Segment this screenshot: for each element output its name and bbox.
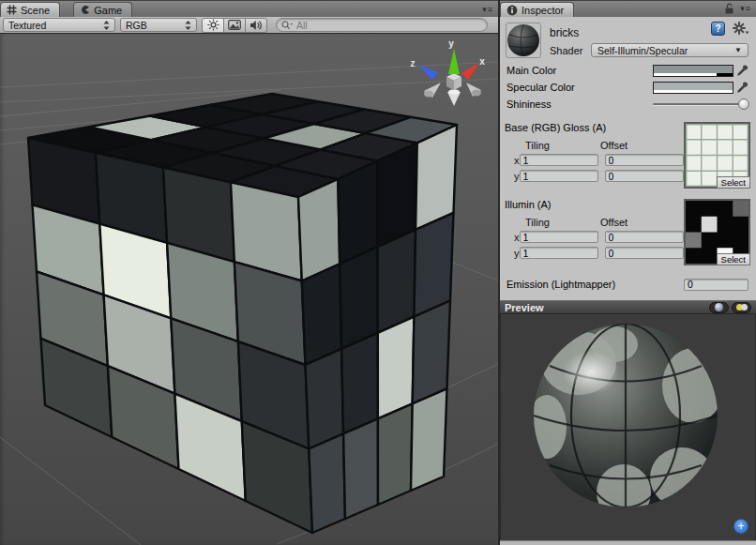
z-axis-label: z bbox=[411, 58, 416, 68]
tab-game-label: Game bbox=[94, 5, 122, 16]
base-offset-y-input[interactable] bbox=[605, 170, 684, 182]
main-color-label: Main Color bbox=[507, 65, 653, 76]
channels-dropdown[interactable]: RGB bbox=[120, 18, 197, 32]
base-map-section: Base (RGB) Gloss (A) Tiling Offset x y bbox=[505, 122, 751, 189]
sphere-icon bbox=[715, 303, 723, 311]
base-tiling-x-input[interactable] bbox=[520, 154, 598, 166]
base-offset-x-input[interactable] bbox=[605, 154, 684, 166]
tab-game[interactable]: Game bbox=[73, 2, 132, 17]
chevron-down-icon: ▼ bbox=[734, 46, 742, 54]
scene-panel: Scene Game ▾≡ Textured RGB bbox=[0, 0, 498, 545]
x-axis-cone[interactable] bbox=[461, 63, 479, 80]
preview-sphere-button[interactable] bbox=[709, 302, 729, 313]
x-axis-label: x bbox=[479, 56, 485, 67]
tab-inspector-label: Inspector bbox=[522, 5, 564, 16]
y-axis-row-label: y bbox=[514, 248, 520, 259]
shininess-row: Shininess bbox=[505, 96, 751, 113]
shader-dropdown[interactable]: Self-Illumin/Specular ▼ bbox=[591, 43, 748, 57]
inspector-pane-menu-icon[interactable]: ▾≡ bbox=[740, 4, 751, 13]
x-axis-row-label: x bbox=[514, 232, 520, 243]
search-input[interactable] bbox=[296, 20, 482, 31]
render-mode-value: Textured bbox=[8, 20, 103, 31]
add-button[interactable]: + bbox=[733, 519, 748, 534]
scene-toolbar: Textured RGB bbox=[0, 17, 498, 34]
illumin-tiling-x-input[interactable] bbox=[520, 231, 598, 243]
emission-input[interactable] bbox=[684, 279, 748, 291]
specular-color-row: Specular Color bbox=[505, 79, 751, 96]
lighting-toggle-button[interactable] bbox=[202, 18, 224, 33]
material-inspector: bricks Shader Self-Illumin/Specular ▼ ? bbox=[500, 17, 756, 293]
preview-viewport[interactable]: + bbox=[500, 314, 756, 540]
game-icon bbox=[80, 5, 90, 15]
base-tiling-y-input[interactable] bbox=[520, 170, 598, 182]
search-icon bbox=[281, 21, 294, 30]
scene-view-toggles bbox=[202, 18, 267, 33]
textured-cube[interactable] bbox=[28, 94, 457, 533]
preview-lighting-button[interactable] bbox=[732, 302, 751, 313]
base-texture-thumbnail[interactable]: Select bbox=[684, 122, 750, 189]
offset-header: Offset bbox=[600, 140, 627, 151]
tab-scene-label: Scene bbox=[21, 5, 50, 16]
y-axis-row-label: y bbox=[514, 171, 520, 182]
sun-icon bbox=[207, 19, 219, 31]
tiling-header: Tiling bbox=[514, 140, 600, 151]
channels-value: RGB bbox=[126, 20, 185, 31]
preview-title: Preview bbox=[505, 302, 544, 313]
illumin-offset-x-input[interactable] bbox=[605, 231, 684, 243]
inspector-tabstrip: Inspector ▾≡ bbox=[500, 0, 756, 17]
specular-color-swatch[interactable] bbox=[653, 82, 733, 94]
illumin-offset-y-input[interactable] bbox=[605, 247, 684, 259]
grid-icon bbox=[7, 5, 17, 15]
updown-arrows-icon bbox=[103, 21, 110, 30]
y-axis-cone[interactable] bbox=[448, 49, 460, 74]
offset-header: Offset bbox=[600, 217, 627, 228]
updown-arrows-icon bbox=[185, 21, 191, 30]
panel-resize-strip[interactable] bbox=[500, 540, 756, 545]
illumin-map-section: Illumin (A) Tiling Offset x y bbox=[505, 199, 751, 266]
light-off-icon bbox=[741, 304, 748, 310]
audio-toggle-button[interactable] bbox=[245, 18, 267, 33]
specular-color-label: Specular Color bbox=[507, 82, 653, 93]
slider-thumb[interactable] bbox=[738, 98, 749, 110]
z-axis-cone[interactable] bbox=[418, 65, 438, 80]
unity-editor-window: Scene Game ▾≡ Textured RGB bbox=[0, 0, 756, 545]
material-name: bricks bbox=[550, 26, 579, 39]
tab-scene[interactable]: Scene bbox=[0, 2, 60, 17]
scene-viewport[interactable]: y x z bbox=[0, 34, 498, 545]
scene-tabstrip: Scene Game ▾≡ bbox=[0, 0, 498, 17]
scene-pane-menu-icon[interactable]: ▾≡ bbox=[482, 5, 493, 14]
render-mode-dropdown[interactable]: Textured bbox=[3, 18, 115, 32]
shininess-slider[interactable] bbox=[653, 98, 749, 111]
base-select-button[interactable]: Select bbox=[717, 176, 750, 189]
shader-label: Shader bbox=[550, 45, 582, 56]
image-icon bbox=[228, 20, 241, 30]
speaker-icon bbox=[249, 20, 263, 31]
shader-value: Self-Illumin/Specular bbox=[597, 45, 688, 56]
help-icon[interactable]: ? bbox=[711, 22, 725, 36]
eyedropper-icon[interactable] bbox=[733, 82, 749, 94]
eyedropper-icon[interactable] bbox=[733, 65, 749, 77]
main-color-swatch[interactable] bbox=[653, 65, 733, 77]
tiling-header: Tiling bbox=[514, 217, 600, 228]
scene-search-field[interactable] bbox=[276, 18, 488, 32]
illumin-select-button[interactable]: Select bbox=[717, 253, 750, 265]
shininess-label: Shininess bbox=[507, 98, 653, 110]
emission-row: Emission (Lightmapper) bbox=[505, 276, 751, 293]
emission-label: Emission (Lightmapper) bbox=[507, 279, 684, 290]
skybox-toggle-button[interactable] bbox=[223, 18, 246, 33]
material-sphere-thumbnail[interactable] bbox=[506, 23, 541, 58]
tab-inspector[interactable]: Inspector bbox=[500, 2, 574, 17]
illumin-texture-thumbnail[interactable]: Select bbox=[684, 199, 750, 265]
x-axis-row-label: x bbox=[514, 155, 520, 166]
y-axis-label: y bbox=[448, 38, 454, 49]
inspector-panel: Inspector ▾≡ bbox=[498, 0, 756, 545]
main-color-row: Main Color bbox=[505, 62, 751, 79]
preview-header[interactable]: Preview bbox=[500, 300, 756, 314]
orientation-gizmo[interactable]: y x z bbox=[411, 38, 486, 106]
preview-panel: Preview bbox=[500, 300, 756, 545]
gear-icon[interactable] bbox=[733, 22, 749, 36]
info-icon bbox=[507, 5, 518, 16]
illumin-tiling-y-input[interactable] bbox=[520, 247, 598, 259]
lock-icon[interactable] bbox=[724, 3, 734, 14]
